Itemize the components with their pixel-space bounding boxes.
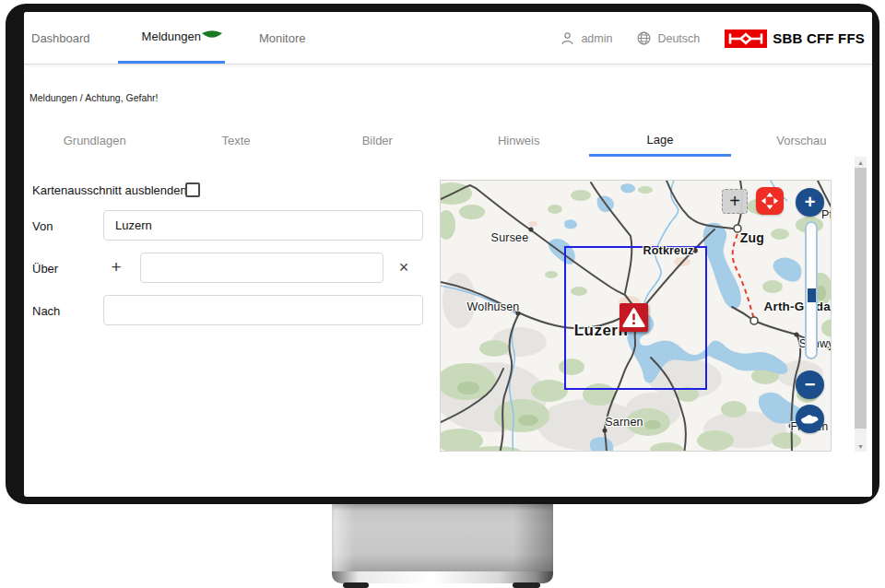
nav-item-meldungen[interactable]: Meldungen [118,12,225,64]
map-canvas[interactable]: Sursee Rotkreuz Zug Wolhusen Luzern Arth… [440,180,832,452]
map-label-arth-goldau: Arth-Goldau [764,300,832,313]
app-window: Dashboard Meldungen Monitore [24,12,872,497]
map-switzerland-extent-button[interactable] [796,405,824,433]
warning-marker[interactable] [620,303,648,332]
plus-icon: + [729,191,740,212]
scroll-up-arrow[interactable]: ▲ [855,157,867,168]
user-menu[interactable]: admin [560,31,612,46]
sbb-logo-icon [725,29,767,48]
map-overview-zoom-button[interactable]: + [722,189,748,214]
ueber-input[interactable] [140,253,384,283]
pan-arrows-icon [759,190,781,212]
nav-label: Meldungen [142,29,201,43]
map-label-rotkreuz: Rotkreuz [643,244,693,257]
map-zoom-slider[interactable] [805,221,818,359]
breadcrumb[interactable]: Meldungen / Achtung, Gefahr! [30,92,159,103]
user-label: admin [581,32,612,45]
warning-triangle-icon [622,307,645,328]
tab-hinweis[interactable]: Hinweis [448,124,589,157]
switzerland-icon [800,413,820,426]
nav-item-dashboard[interactable]: Dashboard [30,12,92,64]
ueber-label: Über [32,262,58,276]
minus-icon: − [805,374,816,395]
tab-texte[interactable]: Texte [165,124,306,157]
map-label-sarnen: Sarnen [605,416,643,429]
map-pan-button[interactable] [756,187,784,215]
monitor-foot [513,582,540,588]
close-icon: × [399,258,409,277]
plus-icon: + [805,192,816,213]
hide-map-checkbox[interactable] [185,182,200,197]
tab-grundlagen[interactable]: Grundlagen [24,124,165,157]
von-label: Von [32,219,53,233]
nav-label: Monitore [259,31,306,45]
nach-input[interactable] [103,295,423,325]
top-navigation-bar: Dashboard Meldungen Monitore [24,12,872,65]
map-label-pf: Pf [821,208,832,221]
nav-item-monitore[interactable]: Monitore [257,12,308,64]
brand-text: SBB CFF FFS [773,30,865,46]
globe-icon [637,31,651,45]
monitor-frame: Dashboard Meldungen Monitore [6,4,879,504]
hide-map-label: Kartenausschnitt ausblenden [32,183,187,197]
tab-bilder[interactable]: Bilder [307,124,448,157]
map-label-wolhusen: Wolhusen [467,300,520,313]
tab-lage[interactable]: Lage [589,124,730,157]
person-icon [560,31,574,46]
nach-label: Nach [32,304,60,318]
map-zoom-out-button[interactable]: − [796,370,824,399]
monitor-foot [343,582,369,588]
plus-icon: + [111,257,121,277]
map-label-zug: Zug [740,230,764,245]
map-label-sursee: Sursee [491,231,529,244]
scroll-down-arrow[interactable]: ▼ [855,441,867,452]
clear-via-button[interactable]: × [395,259,412,276]
content-scrollbar[interactable]: ▲ ▼ [855,157,867,452]
nav-label: Dashboard [31,31,90,45]
detail-tabs: Grundlagen Texte Bilder Hinweis Lage Vor… [24,124,872,157]
appbar-right-group: admin Deutsch [560,12,865,65]
brand-lockup: SBB CFF FFS [725,29,865,48]
language-menu[interactable]: Deutsch [637,31,700,45]
add-via-button[interactable]: + [108,259,124,276]
map-zoom-in-button[interactable]: + [796,188,824,217]
green-crescent-badge-icon [201,29,223,40]
zoom-slider-handle[interactable] [808,288,816,302]
desktop-background: Dashboard Meldungen Monitore [0,0,885,588]
von-input[interactable] [103,210,423,241]
tab-vorschau[interactable]: Vorschau [731,124,872,157]
scrollbar-thumb[interactable] [855,168,867,429]
monitor-stand [332,504,553,571]
main-nav: Dashboard Meldungen Monitore [30,12,308,64]
language-label: Deutsch [657,32,700,45]
